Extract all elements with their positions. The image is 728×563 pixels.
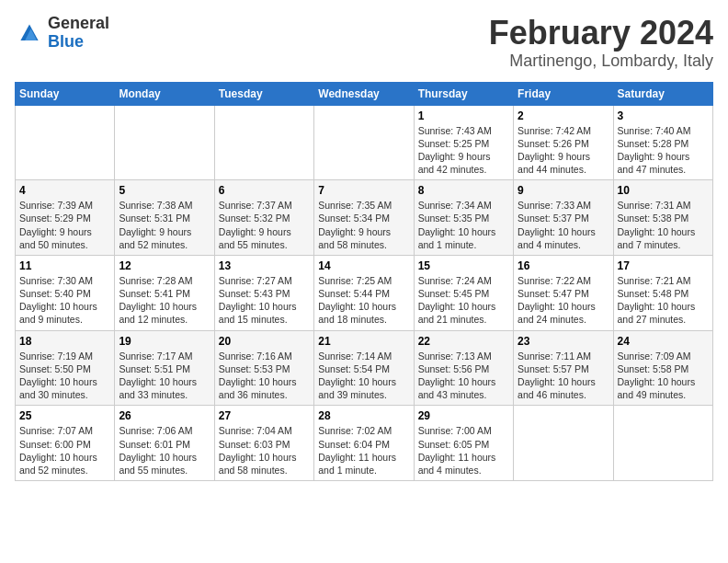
day-number: 3 xyxy=(618,109,709,122)
day-info: Sunrise: 7:38 AM Sunset: 5:31 PM Dayligh… xyxy=(119,199,210,251)
day-number: 13 xyxy=(219,259,310,272)
day-info: Sunrise: 7:19 AM Sunset: 5:50 PM Dayligh… xyxy=(19,350,110,402)
day-number: 5 xyxy=(119,184,210,197)
calendar-week-row: 4Sunrise: 7:39 AM Sunset: 5:29 PM Daylig… xyxy=(16,180,713,256)
calendar-header-row: SundayMondayTuesdayWednesdayThursdayFrid… xyxy=(16,82,713,105)
day-info: Sunrise: 7:33 AM Sunset: 5:37 PM Dayligh… xyxy=(518,199,609,251)
column-header-monday: Monday xyxy=(115,82,214,105)
calendar-cell: 5Sunrise: 7:38 AM Sunset: 5:31 PM Daylig… xyxy=(115,180,214,256)
day-info: Sunrise: 7:34 AM Sunset: 5:35 PM Dayligh… xyxy=(418,199,509,251)
calendar-cell: 10Sunrise: 7:31 AM Sunset: 5:38 PM Dayli… xyxy=(613,180,712,256)
column-header-saturday: Saturday xyxy=(613,82,712,105)
calendar-cell: 27Sunrise: 7:04 AM Sunset: 6:03 PM Dayli… xyxy=(214,406,313,481)
day-number: 28 xyxy=(318,409,409,422)
day-info: Sunrise: 7:02 AM Sunset: 6:04 PM Dayligh… xyxy=(318,424,409,477)
calendar-cell: 17Sunrise: 7:21 AM Sunset: 5:48 PM Dayli… xyxy=(613,255,712,330)
calendar-cell xyxy=(214,105,313,180)
day-number: 26 xyxy=(119,409,210,422)
day-number: 10 xyxy=(618,184,709,197)
calendar-week-row: 18Sunrise: 7:19 AM Sunset: 5:50 PM Dayli… xyxy=(16,330,713,406)
logo-icon xyxy=(15,18,44,48)
column-header-sunday: Sunday xyxy=(16,82,115,105)
day-info: Sunrise: 7:25 AM Sunset: 5:44 PM Dayligh… xyxy=(318,274,409,327)
day-info: Sunrise: 7:17 AM Sunset: 5:51 PM Dayligh… xyxy=(119,350,210,402)
calendar-cell: 13Sunrise: 7:27 AM Sunset: 5:43 PM Dayli… xyxy=(214,255,313,330)
calendar-table: SundayMondayTuesdayWednesdayThursdayFrid… xyxy=(15,82,713,481)
day-info: Sunrise: 7:39 AM Sunset: 5:29 PM Dayligh… xyxy=(19,199,110,251)
day-number: 25 xyxy=(19,409,110,422)
day-info: Sunrise: 7:24 AM Sunset: 5:45 PM Dayligh… xyxy=(418,274,509,327)
day-info: Sunrise: 7:42 AM Sunset: 5:26 PM Dayligh… xyxy=(518,124,609,177)
calendar-cell: 20Sunrise: 7:16 AM Sunset: 5:53 PM Dayli… xyxy=(214,330,313,406)
calendar-cell: 1Sunrise: 7:43 AM Sunset: 5:25 PM Daylig… xyxy=(414,105,513,180)
day-info: Sunrise: 7:37 AM Sunset: 5:32 PM Dayligh… xyxy=(219,199,310,251)
day-number: 14 xyxy=(318,259,409,272)
calendar-cell: 16Sunrise: 7:22 AM Sunset: 5:47 PM Dayli… xyxy=(514,255,613,330)
column-header-thursday: Thursday xyxy=(414,82,513,105)
day-number: 2 xyxy=(518,109,609,122)
day-number: 24 xyxy=(618,335,709,348)
day-info: Sunrise: 7:40 AM Sunset: 5:28 PM Dayligh… xyxy=(618,124,709,177)
calendar-week-row: 11Sunrise: 7:30 AM Sunset: 5:40 PM Dayli… xyxy=(16,255,713,330)
day-info: Sunrise: 7:30 AM Sunset: 5:40 PM Dayligh… xyxy=(19,274,110,327)
calendar-cell: 19Sunrise: 7:17 AM Sunset: 5:51 PM Dayli… xyxy=(115,330,214,406)
day-number: 8 xyxy=(418,184,509,197)
day-info: Sunrise: 7:16 AM Sunset: 5:53 PM Dayligh… xyxy=(219,350,310,402)
calendar-cell: 6Sunrise: 7:37 AM Sunset: 5:32 PM Daylig… xyxy=(214,180,313,256)
day-info: Sunrise: 7:28 AM Sunset: 5:41 PM Dayligh… xyxy=(119,274,210,327)
day-info: Sunrise: 7:21 AM Sunset: 5:48 PM Dayligh… xyxy=(618,274,709,327)
day-info: Sunrise: 7:31 AM Sunset: 5:38 PM Dayligh… xyxy=(618,199,709,251)
day-info: Sunrise: 7:14 AM Sunset: 5:54 PM Dayligh… xyxy=(318,350,409,402)
calendar-cell: 23Sunrise: 7:11 AM Sunset: 5:57 PM Dayli… xyxy=(514,330,613,406)
logo: General Blue xyxy=(15,15,109,52)
day-number: 12 xyxy=(119,259,210,272)
calendar-week-row: 1Sunrise: 7:43 AM Sunset: 5:25 PM Daylig… xyxy=(16,105,713,180)
title-block: February 2024 Martinengo, Lombardy, Ital… xyxy=(489,15,713,71)
calendar-cell: 26Sunrise: 7:06 AM Sunset: 6:01 PM Dayli… xyxy=(115,406,214,481)
calendar-cell: 4Sunrise: 7:39 AM Sunset: 5:29 PM Daylig… xyxy=(16,180,115,256)
day-number: 22 xyxy=(418,335,509,348)
day-info: Sunrise: 7:00 AM Sunset: 6:05 PM Dayligh… xyxy=(418,424,509,477)
calendar-cell: 21Sunrise: 7:14 AM Sunset: 5:54 PM Dayli… xyxy=(314,330,414,406)
calendar-week-row: 25Sunrise: 7:07 AM Sunset: 6:00 PM Dayli… xyxy=(16,406,713,481)
day-number: 15 xyxy=(418,259,509,272)
day-number: 17 xyxy=(618,259,709,272)
calendar-cell: 9Sunrise: 7:33 AM Sunset: 5:37 PM Daylig… xyxy=(514,180,613,256)
column-header-wednesday: Wednesday xyxy=(314,82,414,105)
column-header-friday: Friday xyxy=(514,82,613,105)
day-number: 18 xyxy=(19,335,110,348)
day-number: 16 xyxy=(518,259,609,272)
day-info: Sunrise: 7:22 AM Sunset: 5:47 PM Dayligh… xyxy=(518,274,609,327)
day-number: 29 xyxy=(418,409,509,422)
calendar-cell: 24Sunrise: 7:09 AM Sunset: 5:58 PM Dayli… xyxy=(613,330,712,406)
day-number: 23 xyxy=(518,335,609,348)
calendar-cell: 22Sunrise: 7:13 AM Sunset: 5:56 PM Dayli… xyxy=(414,330,513,406)
calendar-cell: 14Sunrise: 7:25 AM Sunset: 5:44 PM Dayli… xyxy=(314,255,414,330)
day-info: Sunrise: 7:04 AM Sunset: 6:03 PM Dayligh… xyxy=(219,424,310,477)
calendar-cell: 11Sunrise: 7:30 AM Sunset: 5:40 PM Dayli… xyxy=(16,255,115,330)
calendar-cell: 15Sunrise: 7:24 AM Sunset: 5:45 PM Dayli… xyxy=(414,255,513,330)
day-info: Sunrise: 7:13 AM Sunset: 5:56 PM Dayligh… xyxy=(418,350,509,402)
logo-blue: Blue xyxy=(48,32,84,51)
column-header-tuesday: Tuesday xyxy=(214,82,313,105)
day-number: 9 xyxy=(518,184,609,197)
calendar-cell: 29Sunrise: 7:00 AM Sunset: 6:05 PM Dayli… xyxy=(414,406,513,481)
calendar-cell: 3Sunrise: 7:40 AM Sunset: 5:28 PM Daylig… xyxy=(613,105,712,180)
day-number: 11 xyxy=(19,259,110,272)
day-number: 19 xyxy=(119,335,210,348)
calendar-cell: 8Sunrise: 7:34 AM Sunset: 5:35 PM Daylig… xyxy=(414,180,513,256)
calendar-cell: 18Sunrise: 7:19 AM Sunset: 5:50 PM Dayli… xyxy=(16,330,115,406)
month-title: February 2024 xyxy=(489,15,713,52)
page-header: General Blue February 2024 Martinengo, L… xyxy=(15,15,713,71)
day-number: 21 xyxy=(318,335,409,348)
calendar-cell: 28Sunrise: 7:02 AM Sunset: 6:04 PM Dayli… xyxy=(314,406,414,481)
calendar-cell xyxy=(314,105,414,180)
day-info: Sunrise: 7:43 AM Sunset: 5:25 PM Dayligh… xyxy=(418,124,509,177)
calendar-cell xyxy=(16,105,115,180)
day-info: Sunrise: 7:06 AM Sunset: 6:01 PM Dayligh… xyxy=(119,424,210,477)
day-info: Sunrise: 7:09 AM Sunset: 5:58 PM Dayligh… xyxy=(618,350,709,402)
day-number: 4 xyxy=(19,184,110,197)
calendar-cell: 2Sunrise: 7:42 AM Sunset: 5:26 PM Daylig… xyxy=(514,105,613,180)
day-number: 6 xyxy=(219,184,310,197)
day-number: 1 xyxy=(418,109,509,122)
